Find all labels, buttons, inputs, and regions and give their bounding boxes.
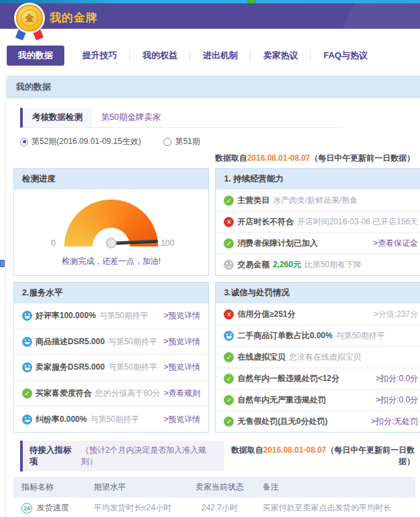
item-label: 主营类目 (237, 195, 269, 206)
progress-gauge: 0 100 (44, 198, 178, 246)
cross-icon: × (224, 217, 234, 227)
item-link[interactable]: >预览详情 (163, 414, 200, 425)
panel-service-title: 2.服务水平 (14, 283, 208, 303)
item-detail: 与第50期持平 (108, 336, 157, 348)
check-icon: ✓ (224, 395, 234, 405)
item-link[interactable]: >预览详情 (163, 362, 200, 373)
check-icon: ✓ (224, 417, 234, 427)
panel-item: 卖家服务DSR5.000与第50期持平>预览详情 (14, 354, 208, 380)
page-header: 金 我的金牌 (0, 3, 420, 29)
panel-operation-title: 1. 持续经营能力 (216, 169, 420, 190)
item-link[interactable]: >预览详情 (163, 310, 200, 321)
period-radio[interactable]: 第51期 (163, 136, 200, 147)
item-label: 二手商品订单数占比0.00% (237, 330, 332, 342)
note-date: 2016.08.01-08.07 (263, 445, 326, 455)
item-detail: 与第50期持平 (99, 310, 148, 321)
smile-icon (22, 311, 32, 321)
panel-operation-body: ✓主营类目水产肉类/新鲜蔬果/熟食×开店时长不符合开店时间2016-03-06 … (216, 190, 420, 275)
pending-metrics-table: 指标名称期望水平卖家当前状态备注 24发货速度平均发货时长≤24小时242.7小… (13, 477, 415, 517)
item-link[interactable]: >扣分:无处罚 (371, 416, 418, 427)
check-icon: ✓ (22, 388, 32, 398)
panel-item: 交易金额2,260元比第50期有下降 (216, 254, 420, 275)
smile-icon (22, 362, 32, 372)
panel-item: ✓自然年内一般违规处罚<12分>扣分:0.0分 (216, 368, 420, 389)
panel-item: ✓主营类目水产肉类/新鲜蔬果/熟食 (216, 190, 420, 211)
item-label: 自然年内一般违规处罚<12分 (237, 373, 339, 384)
period-radio[interactable]: 第52期(2016.09.01-09.15生效) (20, 136, 141, 147)
tab-item[interactable]: 提升技巧 (70, 46, 130, 66)
tab-item[interactable]: 我的数据 (7, 46, 64, 66)
subtab-bar: 考核数据检测第50期金牌卖家 (20, 108, 343, 128)
table-row: 24发货速度平均发货时长≤24小时242.7小时买家付款至卖家点击发货的平均时长 (13, 498, 415, 517)
table-header-row: 指标名称期望水平卖家当前状态备注 (13, 477, 415, 498)
note-suffix: （每日中午更新前一日数据） (310, 153, 415, 163)
medal-label: 金 (21, 9, 38, 27)
data-source-note-2: 数据取自2016.08.01-08.07（每日中午更新前一日数据） (224, 445, 415, 467)
item-label: 信用分值≥251分 (237, 309, 295, 320)
panel-item: 商品描述DSR5.000与第50期持平>预览详情 (14, 329, 208, 355)
tab-item[interactable]: 进出机制 (190, 46, 251, 66)
item-detail: 与第50期持平 (336, 330, 384, 342)
item-label: 在线虚拟宝贝 (237, 352, 285, 363)
pending-subtitle: （预计2个月内决定是否加入准入规则） (81, 445, 215, 467)
check-icon: ✓ (224, 374, 234, 384)
smile-icon (22, 415, 32, 425)
item-link[interactable]: >扣分:0.0分 (376, 373, 418, 384)
item-link[interactable]: >查看保证金 (373, 238, 418, 249)
24-hour-icon: 24 (21, 503, 32, 514)
panels-grid: 检测进度 0 100 检测完成，还差一点，加油! 1. 持续经营能力 ✓主营类目… (13, 168, 415, 433)
remark-cell: 买家付款至卖家点击发货的平均时长 (252, 498, 415, 517)
item-note: >分值:237分 (374, 309, 418, 320)
item-label: 商品描述DSR5.000 (36, 336, 104, 348)
note-prefix: 数据取自 (231, 445, 263, 455)
item-link[interactable]: >预览详情 (163, 336, 200, 348)
tab-item[interactable]: 我的权益 (130, 46, 190, 66)
panel-progress-title: 检测进度 (14, 169, 208, 190)
pending-section-header: 待接入指标项 （预计2个月内决定是否加入准入规则） 数据取自2016.08.01… (20, 441, 415, 471)
gauge-hub-icon (106, 238, 117, 248)
smile-icon (22, 337, 32, 347)
panel-progress: 检测进度 0 100 检测完成，还差一点，加油! (13, 168, 209, 276)
panel-item: ✓消费者保障计划已加入>查看保证金 (216, 232, 420, 254)
item-label: 卖家服务DSR5.000 (36, 362, 104, 373)
item-link[interactable]: >查看规则 (163, 388, 200, 399)
side-tag[interactable] (0, 260, 5, 267)
gauge-max-label: 100 (161, 238, 174, 248)
panel-service-body: 好评率100.000%与第50期持平>预览详情商品描述DSR5.000与第50期… (14, 303, 208, 432)
panel-item: ✓无售假处罚(且无0分处罚)>扣分:无处罚 (216, 411, 420, 432)
tab-bar: 我的数据提升技巧我的权益进出机制卖家热议FAQ与热议 (0, 29, 420, 73)
metric-name-cell: 24发货速度 (13, 498, 88, 517)
subtab-item[interactable]: 考核数据检测 (23, 108, 92, 127)
current-status-cell: 242.7小时 (188, 498, 252, 517)
pending-title-box: 待接入指标项 （预计2个月内决定是否加入准入规则） (20, 441, 224, 471)
period-group: 第52期(2016.09.01-09.15生效)第51期 (20, 136, 420, 147)
check-icon: ✓ (224, 196, 234, 206)
tab-item[interactable]: 卖家热议 (251, 46, 311, 66)
item-detail: 您的分值高于80分 (95, 388, 160, 399)
note-date: 2016.08.01-08.07 (247, 153, 310, 163)
neutral-face-icon (224, 260, 234, 270)
item-label: 纠纷率0.000% (36, 414, 87, 425)
subtab-item[interactable]: 第50期金牌卖家 (92, 108, 170, 127)
radio-icon (20, 138, 28, 146)
medal-coin: 金 (16, 5, 43, 31)
gauge-caption: 检测完成，还差一点，加油! (62, 256, 161, 267)
tab-item[interactable]: FAQ与热议 (311, 46, 380, 66)
item-label: 消费者保障计划已加入 (237, 238, 318, 249)
panel-item: 好评率100.000%与第50期持平>预览详情 (14, 303, 208, 329)
item-label: 无售假处罚(且无0分处罚) (237, 416, 328, 427)
table-header-cell: 备注 (252, 477, 415, 498)
panel-item: ✓在线虚拟宝贝您没有在线虚拟宝贝 (216, 346, 420, 368)
item-label: 开店时长不符合 (237, 216, 293, 228)
item-link[interactable]: >扣分:0.0分 (376, 394, 418, 406)
radio-icon (163, 138, 171, 146)
table-header-cell: 卖家当前状态 (188, 477, 252, 498)
top-strip (0, 0, 420, 3)
gauge-body: 0 100 检测完成，还差一点，加油! (14, 190, 208, 275)
table-header-cell: 指标名称 (13, 477, 88, 498)
item-value: 2,260元 (273, 259, 301, 271)
cross-icon: × (224, 309, 234, 319)
data-source-note: 数据取自2016.08.01-08.07（每日中午更新前一日数据） (7, 153, 415, 164)
period-label: 第52期(2016.09.01-09.15生效) (31, 136, 141, 147)
item-label: 自然年内无严重违规处罚 (237, 394, 326, 406)
